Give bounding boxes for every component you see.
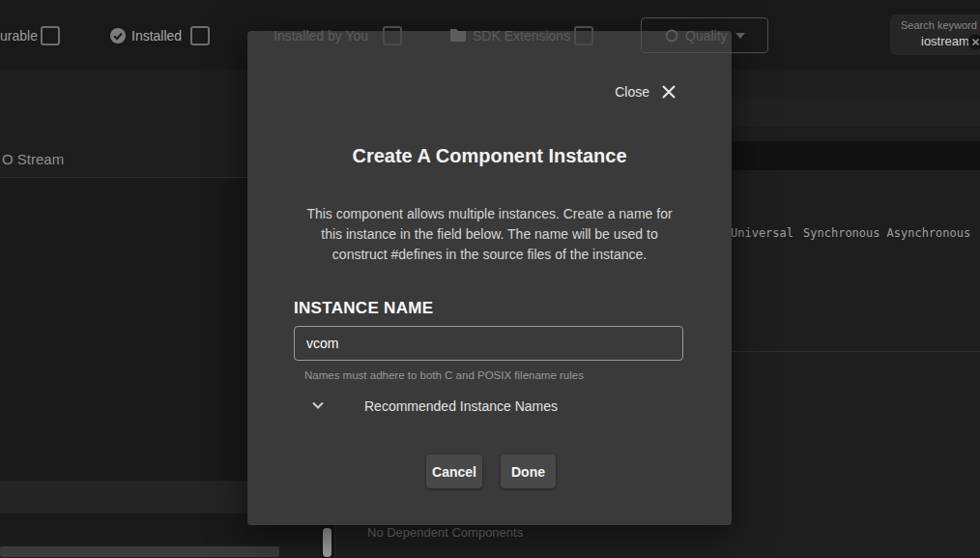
app-window: urable Installed Search keyword iostream… [0, 0, 980, 558]
search-input-value: iostream [921, 34, 969, 48]
done-button[interactable]: Done [501, 455, 556, 488]
section-header-io-stream: O Stream [2, 151, 64, 167]
close-button[interactable]: Close [615, 84, 677, 100]
chevron-down-icon [309, 396, 327, 414]
tag-synchronous: Synchronous [803, 226, 879, 240]
create-instance-dialog: Close Create A Component Instance This c… [247, 31, 732, 525]
horizontal-scrollbar-thumb[interactable] [0, 546, 279, 557]
close-button-label: Close [615, 84, 649, 100]
filter-installed-label: Installed [131, 28, 182, 44]
recommended-names-expander[interactable]: Recommended Instance Names [294, 393, 683, 420]
instance-name-label: INSTANCE NAME [294, 299, 433, 318]
tag-universal: Universal [731, 226, 793, 240]
dialog-title: Create A Component Instance [247, 145, 732, 167]
vertical-scrollbar-thumb[interactable] [323, 528, 331, 557]
check-circle-icon [109, 27, 127, 44]
filter-configurable-label: urable [0, 28, 38, 44]
tag-asynchronous: Asynchronous [887, 226, 971, 240]
dialog-description-line: This component allows multiple instances… [247, 204, 732, 224]
cancel-button[interactable]: Cancel [426, 455, 482, 488]
search-placeholder-label: Search keyword [901, 19, 977, 31]
dialog-description-line: construct #defines in the source files o… [247, 245, 732, 265]
component-tags-row: Universal Synchronous Asynchronous [731, 226, 970, 240]
installed-checkbox[interactable] [190, 26, 210, 45]
instance-name-input[interactable] [294, 326, 683, 361]
close-icon [661, 84, 677, 100]
configurable-checkbox[interactable] [41, 26, 60, 45]
no-dependent-components-label: No Dependent Components [367, 525, 523, 540]
recommended-names-label: Recommended Instance Names [364, 398, 558, 414]
clear-search-icon[interactable] [967, 34, 980, 50]
instance-name-hint: Names must adhere to both C and POSIX fi… [304, 369, 584, 381]
dialog-description-line: this instance in the field below. The na… [247, 224, 732, 245]
dialog-description: This component allows multiple instances… [247, 204, 732, 265]
search-box[interactable]: Search keyword iostream [890, 15, 980, 55]
